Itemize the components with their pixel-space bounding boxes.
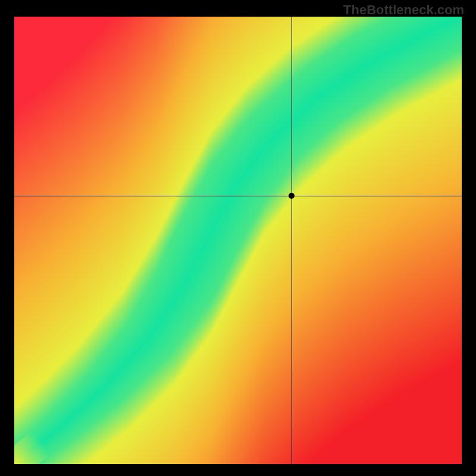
heatmap-plot [14, 17, 462, 464]
heatmap-canvas [14, 17, 462, 464]
watermark-text: TheBottleneck.com [343, 2, 464, 18]
crosshair-horizontal [14, 196, 462, 196]
data-point-marker [289, 193, 295, 199]
crosshair-vertical [292, 17, 292, 464]
